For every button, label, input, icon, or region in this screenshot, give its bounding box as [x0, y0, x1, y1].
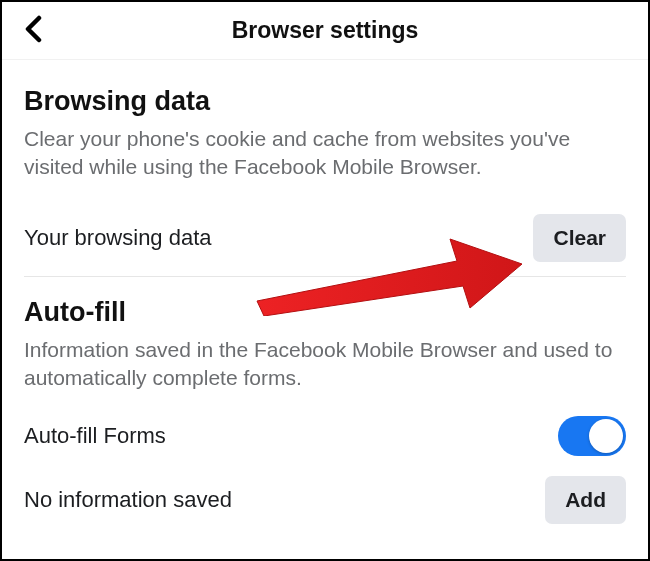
browsing-data-row: Your browsing data Clear: [24, 200, 626, 277]
add-button[interactable]: Add: [545, 476, 626, 524]
browsing-data-description: Clear your phone's cookie and cache from…: [24, 125, 626, 182]
content-area: Browsing data Clear your phone's cookie …: [2, 86, 648, 538]
page-title: Browser settings: [232, 17, 419, 44]
browsing-data-title: Browsing data: [24, 86, 626, 117]
toggle-knob: [589, 419, 623, 453]
clear-button[interactable]: Clear: [533, 214, 626, 262]
header-bar: Browser settings: [2, 2, 648, 60]
browsing-data-label: Your browsing data: [24, 225, 212, 251]
no-information-label: No information saved: [24, 487, 232, 513]
autofill-forms-label: Auto-fill Forms: [24, 423, 166, 449]
autofill-add-row: No information saved Add: [24, 466, 626, 538]
autofill-forms-row: Auto-fill Forms: [24, 410, 626, 466]
autofill-forms-toggle[interactable]: [558, 416, 626, 456]
back-icon[interactable]: [24, 15, 42, 47]
autofill-description: Information saved in the Facebook Mobile…: [24, 336, 626, 393]
autofill-title: Auto-fill: [24, 297, 626, 328]
